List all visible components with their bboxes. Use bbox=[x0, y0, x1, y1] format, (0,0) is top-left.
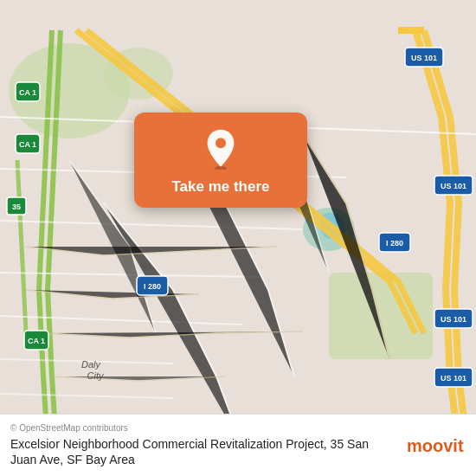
take-me-there-popup[interactable]: Take me there bbox=[134, 113, 307, 208]
map-background: US 101 CA 1 CA 1 35 US 101 I 280 I 280 C… bbox=[0, 0, 476, 476]
svg-text:I 280: I 280 bbox=[386, 239, 403, 248]
svg-text:Daly: Daly bbox=[81, 359, 102, 370]
moovit-logo: moovit bbox=[403, 428, 466, 461]
svg-text:US 101: US 101 bbox=[441, 374, 466, 383]
svg-text:CA 1: CA 1 bbox=[28, 337, 45, 345]
svg-text:City: City bbox=[87, 370, 105, 381]
svg-text:moovit: moovit bbox=[407, 436, 464, 455]
popup-label: Take me there bbox=[171, 178, 269, 196]
attribution: © OpenStreetMap contributors bbox=[10, 423, 395, 433]
svg-text:CA 1: CA 1 bbox=[19, 140, 36, 149]
osm-copyright: © OpenStreetMap contributors bbox=[10, 423, 128, 433]
map-container: US 101 CA 1 CA 1 35 US 101 I 280 I 280 C… bbox=[0, 0, 476, 476]
moovit-logo-svg: moovit bbox=[403, 428, 466, 461]
svg-text:I 280: I 280 bbox=[144, 282, 161, 291]
svg-point-38 bbox=[215, 138, 226, 148]
svg-text:CA 1: CA 1 bbox=[19, 88, 36, 97]
bottom-bar: © OpenStreetMap contributors Excelsior N… bbox=[0, 414, 476, 476]
svg-text:35: 35 bbox=[12, 203, 21, 211]
svg-text:US 101: US 101 bbox=[441, 182, 466, 190]
svg-text:US 101: US 101 bbox=[411, 54, 437, 62]
place-name: Excelsior Neighborhood Commercial Revita… bbox=[10, 436, 395, 467]
bottom-text: © OpenStreetMap contributors Excelsior N… bbox=[10, 423, 395, 467]
location-pin-icon bbox=[200, 128, 241, 170]
svg-text:US 101: US 101 bbox=[441, 315, 466, 324]
